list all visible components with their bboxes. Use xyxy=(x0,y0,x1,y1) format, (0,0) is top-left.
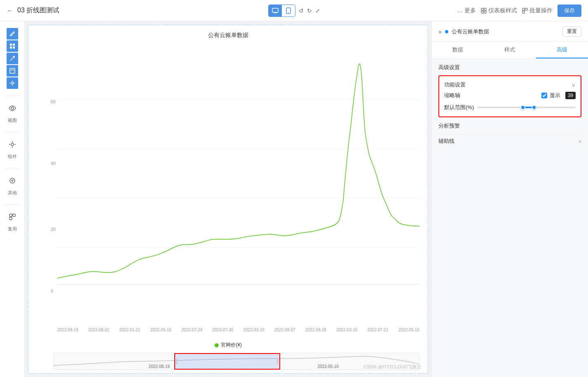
svg-rect-5 xyxy=(484,8,486,10)
expand-panel-button[interactable]: » xyxy=(438,28,442,35)
settings-tool-button[interactable] xyxy=(7,77,18,89)
sidebar-divider-3 xyxy=(5,168,20,168)
chart-svg xyxy=(57,50,419,293)
desktop-icon xyxy=(272,7,279,14)
brush-left-handle[interactable] xyxy=(176,358,178,365)
sidebar-reuse-icon[interactable] xyxy=(5,209,20,224)
reset-button[interactable]: 重置 xyxy=(562,26,581,37)
x-axis-labels: 2022-08-19 2022-08-02 2022-01-21 2022-05… xyxy=(57,328,419,332)
svg-point-17 xyxy=(11,82,13,84)
reuse-icon xyxy=(9,213,16,221)
mobile-view-button[interactable] xyxy=(282,5,295,16)
sidebar-group-reuse: 复用 xyxy=(5,209,20,232)
advanced-section-title: 高级设置 xyxy=(438,64,581,71)
component-icon xyxy=(9,141,16,148)
svg-rect-11 xyxy=(10,44,12,46)
desktop-view-button[interactable] xyxy=(269,5,282,16)
helper-line-arrow[interactable]: > xyxy=(578,138,581,144)
svg-point-19 xyxy=(11,143,14,146)
sidebar-component-icon[interactable] xyxy=(5,137,20,152)
brush-date-left: 2022-08-19 xyxy=(149,364,170,369)
display-checkbox[interactable] xyxy=(541,93,547,98)
sidebar-divider-4 xyxy=(5,204,20,205)
analysis-section: 分析预警 辅助线 > xyxy=(438,122,581,148)
helper-line-row[interactable]: 辅助线 > xyxy=(438,134,581,148)
batch-ops-button[interactable]: 批量操作 xyxy=(522,7,553,14)
range-slider[interactable] xyxy=(477,103,576,112)
helper-line-label: 辅助线 xyxy=(438,137,454,145)
func-settings-row: 功能设置 ∨ xyxy=(444,81,576,88)
save-button[interactable]: 保存 xyxy=(558,5,581,17)
svg-rect-14 xyxy=(13,47,15,49)
left-sidebar: 视图 组件 其他 复用 xyxy=(0,21,25,377)
svg-rect-10 xyxy=(522,11,525,13)
panel-header: » 公有云账单数据 重置 xyxy=(432,21,588,42)
display-checkbox-text: 显示 xyxy=(550,92,560,99)
data-source-name: 公有云账单数据 xyxy=(452,28,559,35)
batch-ops-label: 批量操作 xyxy=(529,7,553,14)
tab-advanced[interactable]: 高级 xyxy=(536,42,588,58)
func-settings-block: 功能设置 ∨ 缩略轴 显示 39 默认范围(%) xyxy=(438,75,581,117)
batch-ops-icon xyxy=(522,8,528,14)
svg-point-3 xyxy=(288,12,289,13)
tab-style[interactable]: 样式 xyxy=(484,42,536,58)
svg-rect-12 xyxy=(13,44,15,46)
tab-data[interactable]: 数据 xyxy=(432,42,484,58)
more-button[interactable]: … 更多 xyxy=(457,7,476,14)
sidebar-divider-1 xyxy=(5,95,20,96)
range-thumb-right[interactable] xyxy=(532,105,536,110)
y-label-20: 20 xyxy=(51,227,56,232)
zoom-axis-row: 缩略轴 显示 39 xyxy=(444,92,576,99)
brush-selector[interactable] xyxy=(174,353,280,370)
brush-right-handle[interactable] xyxy=(277,358,279,365)
panel-tabs: 数据 样式 高级 xyxy=(432,42,588,59)
chart-legend: 官网价(¥) xyxy=(214,342,242,349)
redo-button[interactable]: ↻ xyxy=(307,7,312,14)
analysis-section-title: 分析预警 xyxy=(438,122,581,130)
fullscreen-button[interactable]: ⤢ xyxy=(315,7,320,14)
collapse-arrow[interactable]: ∨ xyxy=(572,82,576,88)
filter-tool-button[interactable] xyxy=(7,65,18,77)
default-range-label: 默认范围(%) xyxy=(444,104,474,111)
resize-icon xyxy=(9,56,15,61)
sidebar-reuse-label: 复用 xyxy=(8,226,17,232)
undo-button[interactable]: ↺ xyxy=(299,7,304,14)
dashboard-style-button[interactable]: 仪表板样式 xyxy=(481,7,517,14)
back-button[interactable]: ← xyxy=(7,7,13,14)
range-thumb-left[interactable] xyxy=(520,105,525,110)
sidebar-other-icon[interactable] xyxy=(5,173,20,188)
sidebar-view-icon[interactable] xyxy=(5,101,20,116)
y-label-40: 40 xyxy=(51,161,56,166)
legend-dot xyxy=(214,343,218,347)
legend-label: 官网价(¥) xyxy=(221,342,242,349)
panel-content: 高级设置 功能设置 ∨ 缩略轴 显示 39 xyxy=(432,59,588,377)
eye-icon xyxy=(9,105,16,112)
svg-rect-23 xyxy=(9,214,12,216)
dashboard-style-icon xyxy=(481,8,487,14)
chart-line xyxy=(57,64,419,278)
sidebar-divider-2 xyxy=(5,132,20,132)
other-icon xyxy=(9,177,16,184)
display-checkbox-label[interactable]: 显示 xyxy=(541,92,560,99)
main-layout: 视图 组件 其他 复用 公有云账单数据 60 40 20 xyxy=(0,21,588,377)
grid-icon xyxy=(9,43,15,49)
tooltip-value-badge: 39 xyxy=(565,92,576,99)
grid-tool-button[interactable] xyxy=(7,40,18,52)
brush-date-right: 2022-05-10 xyxy=(318,364,339,369)
sidebar-group-component: 组件 xyxy=(5,137,20,160)
svg-rect-4 xyxy=(481,8,483,10)
svg-rect-1 xyxy=(274,12,276,13)
watermark: CSDN @FIT2CLOUD飞致云 xyxy=(363,364,421,370)
svg-rect-6 xyxy=(481,11,483,13)
resize-tool-button[interactable] xyxy=(7,53,18,64)
filter-icon xyxy=(9,68,15,74)
range-track xyxy=(477,107,576,108)
svg-rect-9 xyxy=(525,8,527,10)
edit-tool-button[interactable] xyxy=(7,28,18,40)
svg-rect-0 xyxy=(272,8,278,12)
config-icon xyxy=(9,80,15,86)
right-panel: » 公有云账单数据 重置 数据 样式 高级 高级设置 功能设置 ∨ 缩略轴 xyxy=(431,21,588,377)
svg-point-18 xyxy=(11,107,14,109)
svg-rect-13 xyxy=(10,47,12,49)
header-left: ← 03 折线图测试 xyxy=(7,6,59,15)
